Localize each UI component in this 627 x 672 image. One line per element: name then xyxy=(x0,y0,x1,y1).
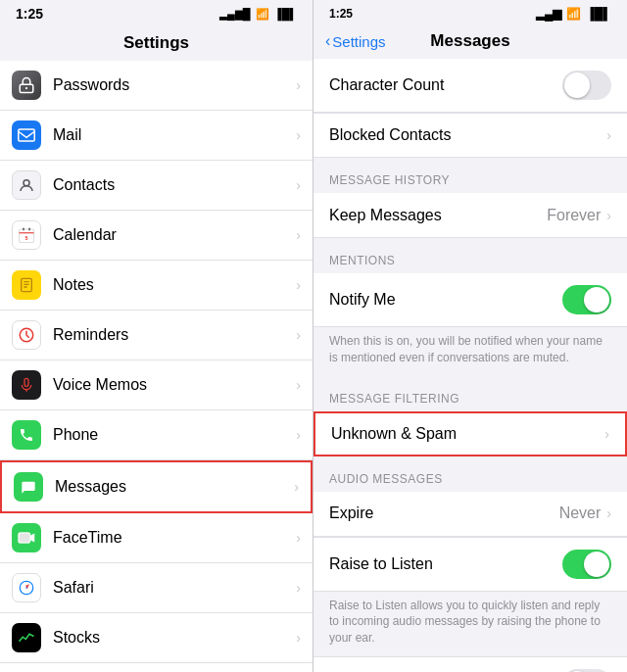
messages-page-title: Messages xyxy=(430,31,509,51)
stocks-label: Stocks xyxy=(53,629,292,647)
settings-panel: 1:25 ▂▄▆█ 📶 ▐█▌ Settings Passwords › Mai… xyxy=(0,0,314,672)
right-status-bar: 1:25 ▂▄▆ 📶 ▐█▌ xyxy=(314,0,627,27)
message-filtering-header: MESSAGE FILTERING xyxy=(314,376,627,411)
notify-me-row[interactable]: Notify Me xyxy=(314,273,627,327)
notes-label: Notes xyxy=(53,276,292,294)
settings-item-voicememos[interactable]: Voice Memos › xyxy=(0,360,313,410)
messages-icon xyxy=(14,472,43,502)
svg-rect-10 xyxy=(24,378,28,386)
svg-point-3 xyxy=(24,180,29,186)
stocks-chevron: › xyxy=(296,630,301,646)
signal-icon: ▂▄▆█ xyxy=(219,8,251,21)
expire-value: Never xyxy=(559,504,602,522)
svg-point-1 xyxy=(25,87,27,89)
keep-messages-row[interactable]: Keep Messages Forever › xyxy=(314,193,627,238)
passwords-icon xyxy=(12,71,41,100)
contacts-chevron: › xyxy=(296,177,301,193)
audio-messages-header: AUDIO MESSAGES xyxy=(314,456,627,492)
back-button[interactable]: ‹ Settings xyxy=(325,32,386,50)
wifi-icon: 📶 xyxy=(256,8,269,21)
blocked-contacts-row[interactable]: Blocked Contacts › xyxy=(314,113,627,158)
svg-point-15 xyxy=(25,587,27,589)
raise-to-listen-row[interactable]: Raise to Listen xyxy=(314,537,627,592)
notify-me-toggle[interactable] xyxy=(562,285,611,314)
right-battery-icon: ▐█▌ xyxy=(586,7,611,21)
messages-label: Messages xyxy=(55,478,290,496)
keep-messages-value: Forever xyxy=(547,207,601,224)
back-chevron-icon: ‹ xyxy=(325,32,330,50)
calendar-icon: 5 xyxy=(12,220,41,250)
messages-settings-list: Character Count Blocked Contacts › MESSA… xyxy=(314,59,627,672)
character-count-toggle[interactable] xyxy=(562,71,611,100)
settings-item-calendar[interactable]: 5 Calendar › xyxy=(0,211,313,261)
settings-item-stocks[interactable]: Stocks › xyxy=(0,613,313,663)
blocked-contacts-label: Blocked Contacts xyxy=(329,126,606,144)
mail-chevron: › xyxy=(296,127,301,143)
keep-messages-chevron: › xyxy=(606,208,611,223)
voicememos-chevron: › xyxy=(296,377,301,393)
voicememos-icon xyxy=(12,370,41,400)
mentions-header: MENTIONS xyxy=(314,238,627,273)
messages-chevron: › xyxy=(294,479,299,495)
mentions-note: When this is on, you will be notified wh… xyxy=(314,327,627,376)
reminders-chevron: › xyxy=(296,327,301,343)
raise-to-listen-toggle[interactable] xyxy=(562,550,611,579)
back-label: Settings xyxy=(332,33,385,50)
settings-item-facetime[interactable]: FaceTime › xyxy=(0,513,313,563)
settings-item-contacts[interactable]: Contacts › xyxy=(0,161,313,211)
right-signal-icon: ▂▄▆ xyxy=(536,7,562,21)
unknown-spam-row[interactable]: Unknown & Spam › xyxy=(314,411,627,456)
reminders-label: Reminders xyxy=(53,326,292,344)
settings-item-safari[interactable]: Safari › xyxy=(0,563,313,613)
right-time: 1:25 xyxy=(329,7,353,21)
right-wifi-icon: 📶 xyxy=(566,7,581,21)
svg-rect-13 xyxy=(20,534,30,543)
expire-chevron: › xyxy=(606,505,611,521)
reminders-icon xyxy=(12,320,41,350)
facetime-label: FaceTime xyxy=(53,529,292,547)
voicememos-label: Voice Memos xyxy=(53,376,292,394)
left-status-icons: ▂▄▆█ 📶 ▐█▌ xyxy=(219,8,297,21)
right-status-icons: ▂▄▆ 📶 ▐█▌ xyxy=(536,7,611,21)
settings-item-passwords[interactable]: Passwords › xyxy=(0,61,313,111)
svg-rect-6 xyxy=(28,228,30,231)
raise-to-listen-label: Raise to Listen xyxy=(329,555,562,573)
svg-text:5: 5 xyxy=(25,235,28,241)
battery-icon: ▐█▌ xyxy=(274,8,297,20)
notes-chevron: › xyxy=(296,277,301,293)
safari-icon xyxy=(12,573,41,602)
settings-item-messages[interactable]: Messages › xyxy=(0,460,313,513)
settings-item-translate[interactable]: 文A Translate › xyxy=(0,663,313,672)
blocked-contacts-chevron: › xyxy=(606,127,611,143)
settings-item-phone[interactable]: Phone › xyxy=(0,410,313,460)
notify-me-label: Notify Me xyxy=(329,291,562,309)
expire-label: Expire xyxy=(329,504,559,522)
settings-item-mail[interactable]: Mail › xyxy=(0,111,313,161)
svg-rect-2 xyxy=(19,129,35,141)
svg-rect-5 xyxy=(23,228,24,231)
settings-item-reminders[interactable]: Reminders › xyxy=(0,311,313,360)
character-count-label: Character Count xyxy=(329,76,562,94)
contacts-icon xyxy=(12,170,41,200)
unknown-spam-label: Unknown & Spam xyxy=(331,425,604,443)
settings-item-notes[interactable]: Notes › xyxy=(0,261,313,311)
safari-chevron: › xyxy=(296,580,301,596)
calendar-label: Calendar xyxy=(53,226,292,244)
stocks-icon xyxy=(12,623,41,652)
mail-label: Mail xyxy=(53,126,292,144)
phone-chevron: › xyxy=(296,427,301,443)
message-history-header: MESSAGE HISTORY xyxy=(314,158,627,193)
settings-list: Passwords › Mail › Contacts › 5 Calendar… xyxy=(0,61,313,672)
messages-settings-panel: 1:25 ▂▄▆ 📶 ▐█▌ ‹ Settings Messages Chara… xyxy=(314,0,627,672)
low-quality-row[interactable]: Low-Quality Image Mode xyxy=(314,656,627,672)
facetime-chevron: › xyxy=(296,530,301,546)
left-time: 1:25 xyxy=(16,6,43,22)
settings-title: Settings xyxy=(0,27,313,61)
facetime-icon xyxy=(12,523,41,552)
character-count-row[interactable]: Character Count xyxy=(314,59,627,113)
mail-icon xyxy=(12,120,41,150)
unknown-spam-chevron: › xyxy=(604,426,609,442)
messages-nav: ‹ Settings Messages xyxy=(314,27,627,59)
contacts-label: Contacts xyxy=(53,176,292,194)
expire-row[interactable]: Expire Never › xyxy=(314,492,627,537)
